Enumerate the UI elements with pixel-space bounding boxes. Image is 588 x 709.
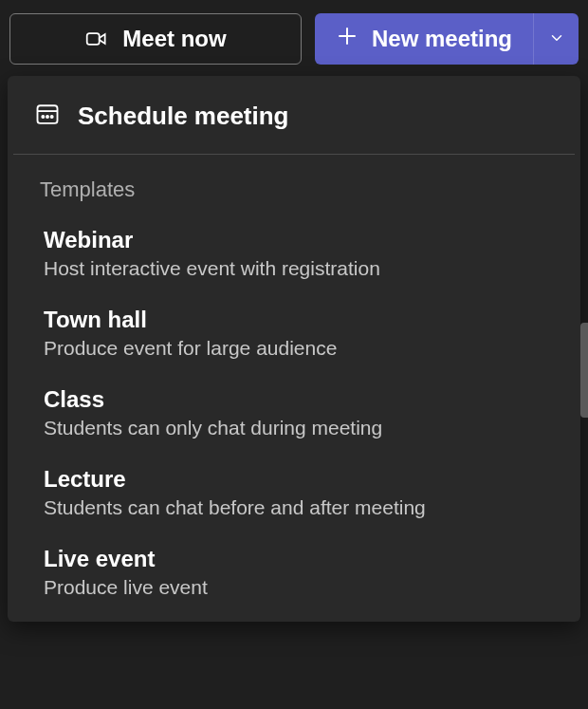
new-meeting-dropdown-button[interactable] xyxy=(533,13,579,65)
template-desc: Students can only chat during meeting xyxy=(44,417,561,439)
calendar-icon xyxy=(34,101,61,131)
new-meeting-button[interactable]: New meeting xyxy=(315,13,533,65)
template-item-town-hall[interactable]: Town hall Produce event for large audien… xyxy=(8,293,580,373)
meet-now-label: Meet now xyxy=(122,26,226,52)
template-desc: Host interactive event with registration xyxy=(44,257,561,280)
chevron-down-icon xyxy=(548,29,565,49)
template-item-live-event[interactable]: Live event Produce live event xyxy=(8,532,580,612)
template-title: Live event xyxy=(44,546,561,572)
svg-rect-0 xyxy=(87,33,100,45)
new-meeting-label: New meeting xyxy=(372,26,512,52)
template-title: Webinar xyxy=(44,227,561,253)
template-title: Class xyxy=(44,386,561,413)
new-meeting-dropdown-panel: Schedule meeting Templates Webinar Host … xyxy=(8,76,580,622)
svg-point-6 xyxy=(46,116,48,118)
template-item-class[interactable]: Class Students can only chat during meet… xyxy=(8,373,580,453)
template-desc: Students can chat before and after meeti… xyxy=(44,496,561,519)
svg-rect-3 xyxy=(38,105,58,123)
template-item-lecture[interactable]: Lecture Students can chat before and aft… xyxy=(8,453,580,532)
template-title: Town hall xyxy=(44,307,561,333)
new-meeting-split-button: New meeting xyxy=(315,13,579,65)
templates-heading: Templates xyxy=(8,155,580,214)
template-desc: Produce event for large audience xyxy=(44,337,561,360)
template-desc: Produce live event xyxy=(44,576,561,599)
toolbar: Meet now New meeting xyxy=(0,0,588,76)
camera-icon xyxy=(84,27,109,51)
meet-now-button[interactable]: Meet now xyxy=(9,13,302,65)
svg-point-7 xyxy=(51,116,53,118)
template-item-webinar[interactable]: Webinar Host interactive event with regi… xyxy=(8,214,580,293)
svg-point-5 xyxy=(42,116,44,118)
scrollbar-thumb[interactable] xyxy=(580,323,588,418)
schedule-meeting-label: Schedule meeting xyxy=(78,102,289,131)
plus-icon xyxy=(336,25,358,53)
schedule-meeting-item[interactable]: Schedule meeting xyxy=(8,76,580,154)
template-title: Lecture xyxy=(44,466,561,493)
